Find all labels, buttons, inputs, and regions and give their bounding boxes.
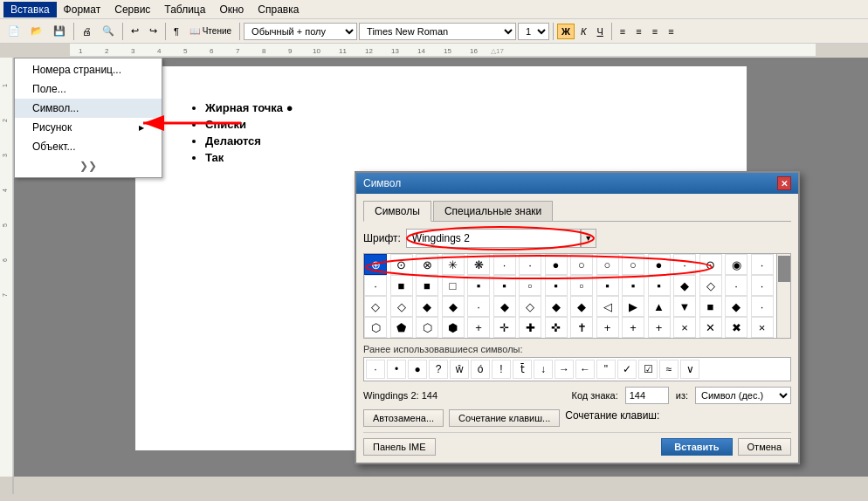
sym-0-15[interactable]: · xyxy=(751,254,774,275)
sym-2-5[interactable]: ◆ xyxy=(493,296,516,317)
menu-help[interactable]: Справка xyxy=(251,2,306,17)
open-btn[interactable]: 📂 xyxy=(26,23,47,39)
sym-3-4[interactable]: + xyxy=(467,317,490,338)
recent-13[interactable]: ☑ xyxy=(638,360,658,379)
recent-8[interactable]: ↓ xyxy=(534,360,553,379)
sym-0-11[interactable]: ● xyxy=(648,254,671,275)
sym-3-2[interactable]: ⬡ xyxy=(416,317,438,338)
recent-3[interactable]: ? xyxy=(429,360,448,379)
sym-2-0[interactable]: ◇ xyxy=(364,296,387,317)
style-dropdown[interactable]: Обычный + полу xyxy=(244,23,357,40)
recent-12[interactable]: ✓ xyxy=(617,360,637,379)
recent-7[interactable]: t̄ xyxy=(513,360,532,379)
align-right-btn[interactable]: ≡ xyxy=(648,24,662,39)
sym-2-7[interactable]: ◆ xyxy=(545,296,568,317)
para-btn[interactable]: ¶ xyxy=(169,24,183,39)
new-btn[interactable]: 📄 xyxy=(3,23,24,39)
sym-0-0[interactable]: ⊕ xyxy=(364,254,387,275)
sym-1-7[interactable]: ▪ xyxy=(545,275,568,296)
tab-special[interactable]: Специальные знаки xyxy=(433,201,553,221)
dialog-close-btn[interactable]: ✕ xyxy=(777,176,791,190)
code-input[interactable] xyxy=(625,387,669,404)
recent-1[interactable]: • xyxy=(387,360,406,379)
autoreplace-btn[interactable]: Автозамена... xyxy=(363,409,444,427)
recent-5[interactable]: ó xyxy=(471,360,490,379)
menu-window[interactable]: Окно xyxy=(212,2,251,17)
insert-btn[interactable]: Вставить xyxy=(661,438,732,456)
sym-3-5[interactable]: ✛ xyxy=(493,317,516,338)
symbol-grid-scrollbar[interactable] xyxy=(776,254,790,338)
sym-1-9[interactable]: ▪ xyxy=(596,275,619,296)
menu-insert[interactable]: Вставка xyxy=(3,2,57,17)
recent-6[interactable]: ! xyxy=(492,360,511,379)
sym-0-14[interactable]: ◉ xyxy=(725,254,747,275)
tab-symbols[interactable]: Символы xyxy=(363,201,431,222)
undo-btn[interactable]: ↩ xyxy=(127,23,143,39)
sym-3-15[interactable]: × xyxy=(751,317,774,338)
cancel-btn[interactable]: Отмена xyxy=(738,438,791,456)
font-input[interactable] xyxy=(406,229,581,248)
save-btn[interactable]: 💾 xyxy=(49,23,70,39)
sym-0-12[interactable]: · xyxy=(673,254,696,275)
sym-3-6[interactable]: ✚ xyxy=(519,317,541,338)
sym-1-3[interactable]: □ xyxy=(442,275,465,296)
menu-page-numbers[interactable]: Номера страниц... xyxy=(15,60,162,79)
sym-2-14[interactable]: ◆ xyxy=(725,296,747,317)
sym-3-9[interactable]: + xyxy=(596,317,619,338)
font-dropdown[interactable]: Times New Roman xyxy=(359,23,516,40)
sym-3-8[interactable]: ✝ xyxy=(570,317,593,338)
font-dropdown-btn[interactable]: ▼ xyxy=(581,229,596,248)
recent-15[interactable]: ∨ xyxy=(680,360,699,379)
align-left-btn[interactable]: ≡ xyxy=(616,24,630,39)
sym-1-5[interactable]: ▪ xyxy=(493,275,516,296)
sym-0-1[interactable]: ⊙ xyxy=(390,254,413,275)
sym-3-7[interactable]: ✜ xyxy=(545,317,568,338)
sym-0-6[interactable]: · xyxy=(519,254,541,275)
bold-btn[interactable]: Ж xyxy=(557,24,575,39)
sym-1-11[interactable]: ▪ xyxy=(648,275,671,296)
recent-2[interactable]: ● xyxy=(408,360,427,379)
sym-1-0[interactable]: · xyxy=(364,275,387,296)
sym-2-6[interactable]: ◇ xyxy=(519,296,541,317)
preview-btn[interactable]: 🔍 xyxy=(98,23,119,39)
sym-2-12[interactable]: ▼ xyxy=(673,296,696,317)
italic-btn[interactable]: К xyxy=(576,24,590,39)
read-btn[interactable]: 📖 Чтение xyxy=(185,24,236,38)
menu-service[interactable]: Сервис xyxy=(107,2,157,17)
sym-2-8[interactable]: ◆ xyxy=(570,296,593,317)
sym-2-1[interactable]: ◇ xyxy=(390,296,413,317)
menu-more-btn[interactable]: ❯❯ xyxy=(15,156,162,175)
sym-1-12[interactable]: ◆ xyxy=(673,275,696,296)
sym-2-2[interactable]: ◆ xyxy=(416,296,438,317)
sym-1-1[interactable]: ■ xyxy=(390,275,413,296)
sym-3-13[interactable]: ✕ xyxy=(699,317,722,338)
sym-2-9[interactable]: ◁ xyxy=(596,296,619,317)
align-justify-btn[interactable]: ≡ xyxy=(664,24,678,39)
sym-2-3[interactable]: ◆ xyxy=(442,296,465,317)
sym-0-9[interactable]: ○ xyxy=(596,254,619,275)
sym-0-3[interactable]: ✳ xyxy=(442,254,465,275)
sym-2-4[interactable]: · xyxy=(467,296,490,317)
scrollbar-thumb[interactable] xyxy=(778,256,790,282)
ime-btn[interactable]: Панель IME xyxy=(363,438,436,456)
align-center-btn[interactable]: ≡ xyxy=(631,24,645,39)
sym-3-10[interactable]: + xyxy=(622,317,644,338)
recent-4[interactable]: ŵ xyxy=(450,360,469,379)
shortcut1-btn[interactable]: Сочетание клавиш... xyxy=(449,409,560,427)
redo-btn[interactable]: ↪ xyxy=(145,23,162,39)
sym-1-8[interactable]: ▫ xyxy=(570,275,593,296)
sym-3-0[interactable]: ⬡ xyxy=(364,317,387,338)
code-from-select[interactable]: Символ (дес.) xyxy=(695,387,791,404)
menu-table[interactable]: Таблица xyxy=(157,2,212,17)
underline-btn[interactable]: Ч xyxy=(593,24,608,39)
sym-3-12[interactable]: × xyxy=(673,317,696,338)
sym-0-10[interactable]: ○ xyxy=(622,254,644,275)
sym-0-7[interactable]: ● xyxy=(545,254,568,275)
recent-14[interactable]: ≈ xyxy=(659,360,679,379)
sym-0-2[interactable]: ⊗ xyxy=(416,254,438,275)
sym-0-4[interactable]: ❋ xyxy=(467,254,490,275)
sym-2-15[interactable]: · xyxy=(751,296,774,317)
sym-1-15[interactable]: · xyxy=(751,275,774,296)
sym-3-14[interactable]: ✖ xyxy=(725,317,747,338)
menu-format[interactable]: Формат xyxy=(57,2,108,17)
